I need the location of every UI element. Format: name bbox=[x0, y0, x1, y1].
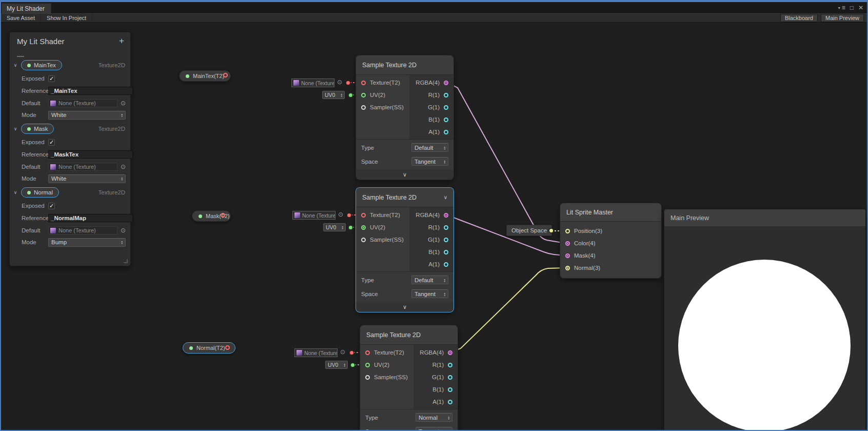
lit-sprite-master-node[interactable]: Lit Sprite Master Position(3) Color(4) M… bbox=[560, 203, 661, 278]
exposed-label: Exposed bbox=[22, 75, 48, 82]
edge-maintex-rgba-to-color[interactable] bbox=[447, 83, 565, 243]
r-output-port[interactable] bbox=[448, 363, 452, 367]
object-picker-icon[interactable]: ⊙ bbox=[121, 227, 126, 234]
normal-input-port[interactable] bbox=[565, 266, 570, 270]
blackboard-resize-grip[interactable] bbox=[124, 259, 128, 263]
type-dropdown[interactable]: Default▴▾ bbox=[411, 276, 448, 284]
window-menu-caret-icon[interactable]: ▾ bbox=[838, 6, 840, 10]
main-preview-panel[interactable]: Main Preview bbox=[664, 209, 866, 430]
r-output-port[interactable] bbox=[444, 93, 448, 97]
rgba-output-port[interactable] bbox=[448, 350, 452, 355]
sample-texture-2d-node-3[interactable]: Sample Texture 2D Texture(T2) UV(2) Samp… bbox=[360, 325, 458, 430]
uv-input-port[interactable] bbox=[365, 363, 370, 367]
rgba-output-port[interactable] bbox=[444, 81, 448, 85]
mode-label: Mode bbox=[22, 175, 48, 182]
port-label: G(1) bbox=[432, 374, 444, 380]
exposed-checkbox[interactable]: ✓ bbox=[48, 203, 55, 209]
uv-channel-dropdown[interactable]: UV0 ▴▾ bbox=[325, 361, 348, 369]
uv-channel-dropdown[interactable]: UV0 ▴▾ bbox=[323, 223, 346, 231]
exposed-checkbox[interactable]: ✓ bbox=[48, 139, 55, 146]
sampler-input-port[interactable] bbox=[365, 375, 370, 380]
position-space-widget[interactable]: Object Space bbox=[506, 225, 552, 236]
maximize-icon[interactable]: □ bbox=[850, 4, 854, 11]
space-dropdown[interactable]: Tangent▴▾ bbox=[411, 157, 448, 166]
texture-slot-field[interactable]: None (Texture) bbox=[292, 211, 336, 220]
node-title: Sample Texture 2D bbox=[362, 62, 417, 69]
b-output-port[interactable] bbox=[444, 250, 448, 254]
texture-slot-field[interactable]: None (Texture) bbox=[294, 348, 338, 357]
g-output-port[interactable] bbox=[444, 105, 448, 110]
property-pill-mask[interactable]: Mask bbox=[21, 124, 54, 134]
exposed-checkbox[interactable]: ✓ bbox=[48, 75, 55, 82]
object-picker-icon[interactable]: ⊙ bbox=[121, 100, 126, 107]
mode-dropdown[interactable]: White ▴▾ bbox=[48, 174, 126, 183]
sampler-input-port[interactable] bbox=[361, 238, 366, 242]
property-pill-normal[interactable]: Normal bbox=[21, 187, 59, 198]
reference-label: Reference bbox=[22, 151, 48, 158]
texture-input-port[interactable] bbox=[361, 81, 366, 85]
space-dropdown[interactable]: Tangent▴▾ bbox=[416, 427, 452, 430]
collapse-chevron-icon[interactable]: ∨ bbox=[10, 126, 21, 131]
default-texture-field[interactable]: None (Texture) bbox=[48, 99, 117, 107]
collapse-chevron-icon[interactable]: ∨ bbox=[10, 190, 21, 195]
collapse-chevron-icon[interactable]: ∨ bbox=[10, 63, 21, 68]
object-picker-icon[interactable]: ⊙ bbox=[340, 349, 345, 356]
blackboard-toggle-button[interactable]: Blackboard bbox=[780, 14, 818, 22]
mode-dropdown[interactable]: White ▴▾ bbox=[48, 111, 126, 120]
node-expand-chevron[interactable]: ∨ bbox=[356, 169, 453, 180]
default-texture-field[interactable]: None (Texture) bbox=[48, 226, 117, 234]
add-property-button[interactable]: + bbox=[119, 36, 124, 46]
default-texture-field[interactable]: None (Texture) bbox=[48, 163, 117, 171]
object-picker-icon[interactable]: ⊙ bbox=[338, 211, 343, 218]
port-label: Sampler(SS) bbox=[374, 374, 408, 380]
show-in-project-button[interactable]: Show In Project bbox=[41, 14, 92, 22]
maintex-output-port[interactable] bbox=[223, 73, 228, 77]
position-input-port[interactable] bbox=[565, 229, 570, 233]
uv-channel-dropdown[interactable]: UV0 ▴▾ bbox=[322, 91, 345, 99]
texture-input-port[interactable] bbox=[361, 213, 366, 218]
uv-input-port[interactable] bbox=[361, 225, 366, 230]
b-output-port[interactable] bbox=[448, 387, 452, 392]
a-output-port[interactable] bbox=[444, 262, 448, 267]
a-output-port[interactable] bbox=[448, 400, 452, 404]
close-icon[interactable]: ✕ bbox=[858, 4, 863, 11]
sampler-input-port[interactable] bbox=[361, 105, 366, 110]
property-dot-icon bbox=[186, 74, 189, 78]
object-picker-icon[interactable]: ⊙ bbox=[121, 163, 126, 170]
reference-input[interactable] bbox=[48, 87, 133, 95]
port-label: RGBA(4) bbox=[416, 80, 440, 86]
sample-texture-2d-node-2[interactable]: Sample Texture 2D∨ Texture(T2) UV(2) Sam… bbox=[356, 188, 453, 312]
reference-input[interactable] bbox=[48, 150, 133, 159]
type-dropdown[interactable]: Normal▴▾ bbox=[416, 413, 452, 422]
blackboard-panel[interactable]: My Lit Shader + ∨ MainTex Texture2D Expo… bbox=[9, 32, 131, 266]
g-output-port[interactable] bbox=[448, 375, 452, 380]
texture-input-port[interactable] bbox=[365, 350, 370, 355]
mask-input-port[interactable] bbox=[565, 253, 570, 258]
g-output-port[interactable] bbox=[444, 238, 448, 242]
reference-input[interactable] bbox=[48, 214, 133, 222]
graph-tab[interactable]: My Lit Shader bbox=[2, 3, 51, 13]
rgba-output-port[interactable] bbox=[444, 213, 448, 218]
chevron-down-icon[interactable]: ∨ bbox=[444, 194, 447, 200]
space-dropdown[interactable]: Tangent▴▾ bbox=[411, 289, 448, 298]
type-dropdown[interactable]: Default▴▾ bbox=[411, 143, 448, 152]
sample-texture-2d-node-1[interactable]: Sample Texture 2D Texture(T2) UV(2) Samp… bbox=[356, 55, 453, 180]
edge-normal-rgba-to-normal[interactable] bbox=[450, 268, 565, 352]
save-asset-button[interactable]: Save Asset bbox=[1, 14, 41, 22]
a-output-port[interactable] bbox=[444, 130, 448, 134]
node-expand-chevron[interactable]: ∨ bbox=[356, 302, 453, 312]
b-output-port[interactable] bbox=[444, 117, 448, 122]
r-output-port[interactable] bbox=[444, 225, 448, 230]
main-preview-toggle-button[interactable]: Main Preview bbox=[821, 14, 864, 22]
mode-dropdown[interactable]: Bump ▴▾ bbox=[48, 238, 126, 247]
normal-output-port[interactable] bbox=[225, 345, 230, 350]
window-menu-icon[interactable]: ≡ bbox=[842, 4, 845, 11]
main-preview-header[interactable]: Main Preview bbox=[664, 209, 865, 226]
color-input-port[interactable] bbox=[565, 241, 570, 246]
property-pill-maintex[interactable]: MainTex bbox=[21, 60, 62, 70]
graph-canvas[interactable]: My Lit Shader + ∨ MainTex Texture2D Expo… bbox=[1, 23, 867, 430]
uv-input-port[interactable] bbox=[361, 93, 366, 97]
texture-slot-field[interactable]: None (Texture) bbox=[291, 79, 334, 87]
object-picker-icon[interactable]: ⊙ bbox=[337, 79, 342, 86]
mask-output-port[interactable] bbox=[221, 213, 225, 218]
